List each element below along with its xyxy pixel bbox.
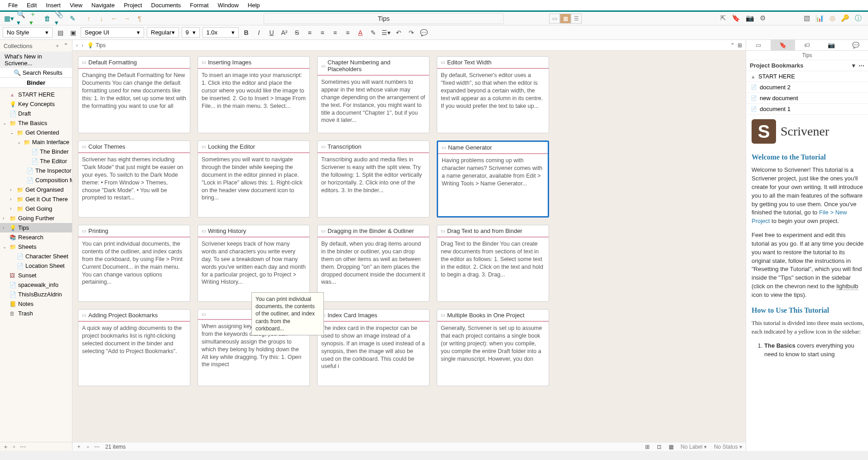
settings-icon[interactable]: ⚙ [760,14,766,23]
align-left-icon[interactable]: ≡ [305,28,315,38]
bookmark-item[interactable]: ▲START HERE [746,71,868,82]
italic-icon[interactable]: I [254,28,264,38]
edit-icon[interactable]: ✎ [68,14,77,24]
redo-icon[interactable]: ↷ [406,28,416,38]
font-select[interactable]: Segoe UI▾ [81,27,144,38]
align-justify-icon[interactable]: ≡ [343,28,353,38]
compile-icon[interactable]: ⇱ [720,14,726,23]
card-title[interactable]: ▭Adding Project Bookmarks [78,310,190,322]
card-title[interactable]: ▭Dragging in the Binder & Outliner [318,225,429,237]
card-title[interactable]: ▭Locking the Editor [198,141,309,153]
card-synopsis[interactable]: Scrivener keeps track of how many words … [198,237,309,289]
index-card[interactable]: ▭Editor Text WidthBy default, Scrivener'… [437,56,549,133]
card-synopsis[interactable]: Generally, Scrivener is set up to assume… [437,322,549,365]
index-card[interactable]: ▭TranscriptionTranscribing audio and med… [317,140,429,218]
add-item-icon[interactable]: ＋ [3,443,9,451]
align-center-icon[interactable]: ≡ [318,28,328,38]
status-dropdown[interactable]: No Status ▾ [714,444,742,450]
menu-edit[interactable]: Edit [22,0,41,10]
index-card[interactable]: ▭Writing HistoryScrivener keeps track of… [198,225,310,302]
insp-tab-comments-icon[interactable]: 💬 [844,40,868,50]
binder-item[interactable]: 📚Research [0,232,72,242]
card-title[interactable]: ▭Chapter Numbering and Placeholders [318,57,429,76]
breadcrumb[interactable]: 💡Tips [87,42,106,48]
footer-add-icon[interactable]: ＋ [76,443,82,450]
align-right-icon[interactable]: ≡ [330,28,340,38]
text-color-icon[interactable]: A [356,28,366,38]
card-title[interactable]: ▭Printing [78,225,190,237]
menu-insert[interactable]: Insert [41,0,65,10]
card-synopsis[interactable]: Scrivener has eight themes including "Da… [78,153,190,204]
index-card[interactable]: ▭Name GeneratorHaving problems coming up… [437,140,549,218]
weight-select[interactable]: Regular▾ [147,27,179,38]
insp-tab-snapshots-icon[interactable]: 📷 [819,40,844,50]
new-doc-icon[interactable]: ▦▾ [4,14,14,24]
binder-item[interactable]: 📄The Editor [0,156,72,166]
card-title[interactable]: ▭Color Themes [78,141,190,153]
card-title[interactable]: ▭Editor Text Width [437,57,549,69]
arrow-left-icon[interactable]: ← [109,14,119,24]
card-title[interactable]: ▭Drag Text to and from Binder [437,225,549,237]
menu-help[interactable]: Help [243,0,265,10]
label-dropdown[interactable]: No Label ▾ [681,444,707,450]
bookmark-item[interactable]: 📄document 1 [746,104,868,115]
strikethrough-icon[interactable]: S [292,28,302,38]
bookmark-item[interactable]: 📄document 2 [746,82,868,93]
list-icon[interactable]: ☰▾ [381,28,391,38]
index-card[interactable]: ▭Chapter Numbering and PlaceholdersSomet… [317,56,429,133]
stats-icon[interactable]: 📊 [815,14,824,23]
index-card[interactable]: ▭Multiple Books in One ProjectGenerally,… [437,309,549,386]
footer-more-icon[interactable]: ⋯ [94,444,100,450]
card-synopsis[interactable]: Transcribing audio and media files in Sc… [318,153,429,197]
footer-opt-icon[interactable]: ▫ [87,444,89,450]
index-card[interactable]: ▭Index Card ImagesThe index card in the … [317,309,429,386]
paste-format-icon[interactable]: ▣ [68,28,78,38]
binder-item[interactable]: ›📁Going Further [0,213,72,223]
size-select[interactable]: 9▾ [182,27,200,38]
binder-item[interactable]: 📄Draft [0,109,72,118]
menu-navigate[interactable]: Navigate [87,0,119,10]
index-card[interactable]: ▭Locking the EditorSometimes you will wa… [198,140,310,218]
binder-item[interactable]: 📄ThisIsBuzzAldrin [0,290,72,299]
binder-item[interactable]: 🗑Trash [0,309,72,318]
binder-item[interactable]: 📒Notes [0,299,72,309]
menu-view[interactable]: View [65,0,87,10]
binder-item[interactable]: ⌄📁Sheets [0,242,72,252]
binder-item[interactable]: ›📁Get It Out There [0,194,72,204]
style-select[interactable]: No Style▾ [3,27,53,38]
underline-icon[interactable]: U [267,28,277,38]
card-synopsis[interactable]: You can print individual documents, the … [78,237,190,289]
binder-more-icon[interactable]: ⋯ [20,443,26,450]
collection-search-results[interactable]: 🔍 Search Results [0,68,72,77]
add-icon[interactable]: ＋▾ [29,14,39,24]
binder-item[interactable]: ›💡Tips [0,223,72,232]
bookmark-menu-icon[interactable]: ▾ [852,62,855,69]
card-synopsis[interactable]: Sometimes you will want to navigate thro… [198,153,309,204]
card-title[interactable]: ▭Index Card Images [318,310,429,322]
target-icon[interactable]: ◎ [829,14,835,23]
binder-item[interactable]: 💡Key Concepts [0,99,72,109]
binder-item[interactable]: 📄spacewalk_info [0,280,72,290]
view-grid1-icon[interactable]: ⊞ [645,444,650,450]
add-collection-icon[interactable]: ＋ [54,42,60,49]
index-card[interactable]: ▭Drag Text to and from BinderDrag Text t… [437,225,549,302]
header-up-icon[interactable]: ⌃ [730,42,735,48]
binder-item[interactable]: 📄Composition Mode [0,175,72,185]
card-synopsis[interactable]: Having problems coming up with character… [438,154,548,190]
binder-item[interactable]: 📄Character Sheet [0,252,72,261]
compose-icon[interactable]: ▧ [804,14,810,23]
key-icon[interactable]: 🔑 [841,14,849,23]
binder-item[interactable]: ⌄📁Get Oriented [0,128,72,137]
index-card[interactable]: ▭Default FormattingChanging the Default … [78,56,190,133]
card-title[interactable]: ▭Name Generator [438,142,548,154]
binder-item[interactable]: ›📁Get Going [0,204,72,213]
card-title[interactable]: ▭Writing History [198,225,309,237]
insp-tab-bookmarks-icon[interactable]: 🔖 [771,40,795,50]
menu-window[interactable]: Window [213,0,243,10]
card-synopsis[interactable]: Sometimes you will want numbers to appea… [318,76,429,127]
index-card[interactable]: ▭PrintingYou can print individual docume… [78,225,190,302]
bookmark-icon[interactable]: 🔖 [732,14,740,23]
bookmark-more-icon[interactable]: ⋯ [858,62,864,69]
comment-icon[interactable]: 💬 [419,28,429,38]
undo-icon[interactable]: ↶ [394,28,404,38]
